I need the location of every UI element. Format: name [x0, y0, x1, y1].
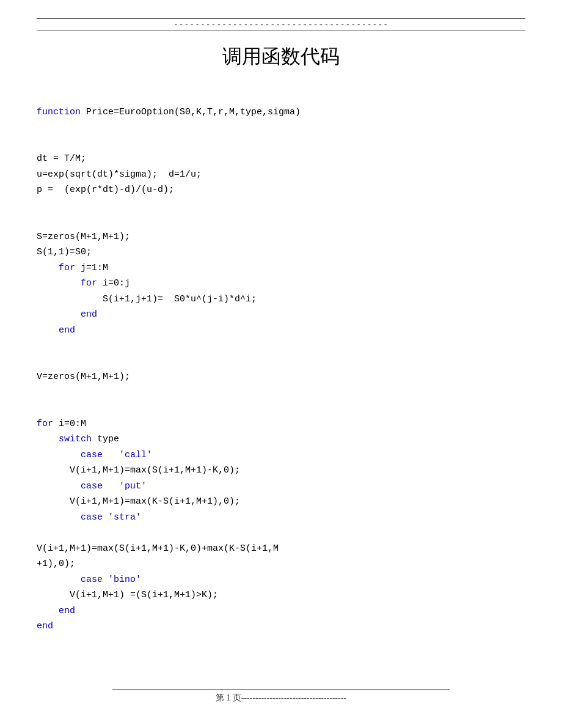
code-line	[37, 136, 525, 152]
page-title: 调用函数代码	[37, 43, 525, 70]
code-line: V(i+1,M+1)=max(K-S(i+1,M+1),0);	[37, 494, 525, 510]
code-line	[37, 385, 525, 401]
code-line: case 'call'	[37, 447, 525, 463]
code-line: case 'stra'	[37, 510, 525, 526]
code-line: +1),0);	[37, 556, 525, 572]
top-dashes: ----------------------------------------	[173, 20, 389, 29]
code-block: function Price=EuroOption(S0,K,T,r,M,typ…	[37, 89, 525, 634]
code-line: V(i+1,M+1)=max(S(i+1,M+1)-K,0);	[37, 463, 525, 479]
code-line	[37, 120, 525, 136]
code-line	[37, 213, 525, 229]
code-line: V=zeros(M+1,M+1);	[37, 369, 525, 385]
code-line: function Price=EuroOption(S0,K,T,r,M,typ…	[37, 105, 525, 120]
code-line: case 'bino'	[37, 572, 525, 588]
code-line	[37, 89, 525, 105]
bottom-line	[112, 689, 450, 690]
code-line: V(i+1,M+1)=max(S(i+1,M+1)-K,0)+max(K-S(i…	[37, 541, 525, 557]
code-keyword: end	[37, 621, 53, 631]
code-keyword: for	[59, 263, 75, 273]
code-line: case 'put'	[37, 479, 525, 495]
code-line: for i=0:M	[37, 416, 525, 432]
code-keyword: 'stra'	[108, 512, 141, 523]
code-keyword: case	[81, 512, 103, 523]
page-number: 第 1 页-----------------------------------…	[216, 693, 347, 704]
code-line: p = (exp(r*dt)-d)/(u-d);	[37, 182, 525, 198]
code-keyword: case	[81, 575, 103, 585]
code-line: S(1,1)=S0;	[37, 245, 525, 260]
bottom-area: 第 1 页-----------------------------------…	[0, 689, 562, 704]
code-keyword: 'bino'	[108, 575, 141, 585]
code-line	[37, 400, 525, 416]
top-border-line2	[37, 31, 525, 31]
code-line	[37, 354, 525, 370]
code-keyword: end	[59, 606, 75, 616]
code-line: dt = T/M;	[37, 151, 525, 167]
code-line: S=zeros(M+1,M+1);	[37, 229, 525, 245]
code-line: for j=1:M	[37, 260, 525, 276]
code-keyword: case	[81, 450, 103, 460]
code-keyword: for	[81, 278, 97, 289]
code-keyword: end	[81, 309, 97, 320]
code-keyword: 'put'	[119, 481, 147, 491]
code-keyword: switch	[59, 434, 92, 444]
code-line: for i=0:j	[37, 276, 525, 292]
code-line	[37, 198, 525, 214]
code-line: end	[37, 619, 525, 634]
code-line	[37, 525, 525, 541]
code-line: end	[37, 323, 525, 339]
code-keyword: case	[81, 481, 103, 491]
top-border-line	[37, 18, 525, 19]
code-line: end	[37, 307, 525, 323]
code-line	[37, 338, 525, 354]
code-line: u=exp(sqrt(dt)*sigma); d=1/u;	[37, 167, 525, 183]
code-keyword: for	[37, 419, 53, 429]
code-keyword: end	[59, 325, 75, 336]
code-line: V(i+1,M+1) =(S(i+1,M+1)>K);	[37, 587, 525, 603]
code-keyword: function	[37, 107, 81, 117]
top-border: ----------------------------------------	[37, 18, 525, 31]
page-container: ----------------------------------------…	[0, 0, 562, 728]
code-keyword: 'call'	[119, 450, 152, 460]
code-line: end	[37, 603, 525, 619]
code-line: switch type	[37, 432, 525, 447]
code-line: S(i+1,j+1)= S0*u^(j-i)*d^i;	[37, 292, 525, 307]
